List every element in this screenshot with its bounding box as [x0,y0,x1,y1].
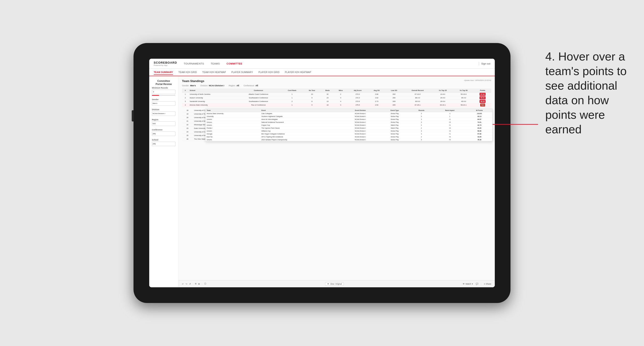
wins: 2 [334,93,347,96]
copy-button[interactable]: ⧉ [195,283,196,285]
watch-chevron: ▾ [472,283,473,285]
tt-event-div: NCAA Division I [341,112,380,115]
sidebar: CommitteePortal Review Minimum Rounds Ge… [149,76,178,287]
conf-rank: 1 [281,103,303,107]
nav-committee[interactable]: COMMITTEE [227,61,242,66]
tt-event-type: Stroke Play [380,112,410,115]
watch-label: Watch [466,283,471,285]
tooltip-row: East Tac OFCC Fighting Illini Invitation… [206,135,492,138]
watch-button[interactable]: 👁 Watch ▾ [463,283,473,285]
nav-teams[interactable]: TEAMS [211,61,220,66]
col-vs-top25: Vs Top 25 [432,89,453,93]
comment-button[interactable]: 💬 [476,283,478,285]
tt-event-div: NCAA Division I [341,133,380,135]
tt-w-points: 30-13 [466,115,492,118]
sub-nav-team-h2h-grid[interactable]: TEAM H2H GRID [178,70,197,74]
no-tour: 8 [303,100,321,103]
tt-event: Cato Collegiate [260,112,341,115]
min-rounds-input[interactable] [152,90,176,94]
logo-area: SCOREBOARD Powered by clipp [154,61,177,66]
school-name: Arizona State University [188,103,236,107]
col-conference: Conference [236,89,281,93]
sub-nav-team-summary[interactable]: TEAM SUMMARY [154,70,173,75]
tt-rank-impact: +0 [433,127,466,130]
col-adj-score: Adj Score [347,89,368,93]
refresh-button[interactable]: ↺ [189,283,191,285]
points-value: 93.31 [480,96,486,99]
overall-record: 67-10-0 [403,93,432,96]
division-select[interactable]: NCAA Division I [152,111,176,116]
tt-team: Univers [206,118,260,121]
tt-team: Univers [206,130,260,133]
tt-event-type: Stroke Play [380,115,410,118]
min-rounds-slider[interactable] [152,95,176,96]
points-value: 90.20 [480,100,486,103]
tt-team: University [206,115,260,118]
tt-col-team: Team [206,109,260,112]
share-button[interactable]: ⎋ Share [484,283,491,285]
rank: 21 [182,119,193,123]
redo-button[interactable]: ↪ [186,283,187,285]
adj-score: 272.0 [347,93,368,96]
tt-col-event-type: Event Type [380,109,410,112]
sidebar-region: Region N/A [152,119,176,126]
grid-button[interactable]: ⊞ [198,283,200,285]
region-select[interactable]: N/A [152,122,176,126]
tt-team: Univers [206,124,260,127]
annotation-text: 4. Hover over a team's points to see add… [545,49,630,137]
school-select[interactable]: (All) [152,142,176,146]
nav-divider: | [478,62,479,66]
tt-rounds: 3 [410,133,433,135]
conf-rank: 1 [281,93,303,96]
tt-col-w-points: W Points [466,109,492,112]
tooltip-row: Florida I The Cypress Point Classic NCAA… [206,127,492,130]
tt-w-points: 42.73 [466,124,492,127]
filter-conference-label: Conference: [244,84,254,87]
sub-nav-player-h2h-heatmap[interactable]: PLAYER H2H HEATMAP [285,70,311,74]
filter-gender-value: Men's [190,84,196,87]
gender-select[interactable]: Men's [152,101,176,106]
tt-rounds: 2 [410,135,433,138]
filters-row: Gender: Men's Division: NCAA Division I … [182,84,491,87]
tt-w-points: 56.66 [466,130,492,133]
slider-fill [152,95,159,96]
filter-region-label: Region: [229,84,236,87]
sub-nav-player-summary[interactable]: PLAYER SUMMARY [231,70,253,74]
tt-event-div: NCAA Division I [341,138,380,141]
logo-text: SCOREBOARD [154,61,177,64]
table-row: 2 Auburn University Southeastern Confere… [182,96,491,100]
conference: Southeastern Conference [236,96,281,100]
view-original-button[interactable]: 👁 View: Original [325,282,344,286]
info-button[interactable]: ⓘ [204,282,206,285]
points[interactable]: 90.20 [474,100,491,103]
points[interactable]: 97.02 [474,93,491,96]
table-header-row: # School Conference Conf Rank No Tour Bn… [182,89,491,93]
nav-items: TOURNAMENTS TEAMS COMMITTEE [184,61,478,66]
conference-select[interactable]: (All) [152,132,176,136]
tt-event: Southern Highlands Collegiate [260,115,341,118]
content-area: Team Standings Update time: 13/03/2024 1… [178,76,495,287]
tt-rank-impact: -1 [433,112,466,115]
col-points: Points [474,89,491,93]
tt-w-points: 23.20 [466,127,492,130]
sidebar-conference: Conference (All) [152,129,176,136]
tt-w-points: 43.05 [466,135,492,138]
tt-w-points: 97.80 [466,133,492,135]
sub-nav-team-h2h-heatmap[interactable]: TEAM H2H HEATMAP [202,70,226,74]
tt-rounds: 3 [410,115,433,118]
tt-event: Williams Cup [260,130,341,133]
sub-nav-player-h2h-grid[interactable]: PLAYER H2H GRID [258,70,280,74]
rank: 26 [182,137,193,141]
filter-division: Division: NCAA Division I [200,84,224,87]
nav-tournaments[interactable]: TOURNAMENTS [184,61,204,66]
share-icon: ⎋ [484,283,485,285]
tt-event-type: Stroke Play [380,130,410,133]
sidebar-gender: Gender Men's [152,98,176,106]
no-tour: 10 [303,93,321,96]
undo-button[interactable]: ↩ [182,283,184,285]
points[interactable]: 79.5 [474,103,491,107]
points[interactable]: 93.31 [474,96,491,100]
sign-out-button[interactable]: Sign out [481,62,490,65]
tt-rounds: 3 [410,112,433,115]
tablet-device: SCOREBOARD Powered by clipp TOURNAMENTS … [134,43,510,303]
